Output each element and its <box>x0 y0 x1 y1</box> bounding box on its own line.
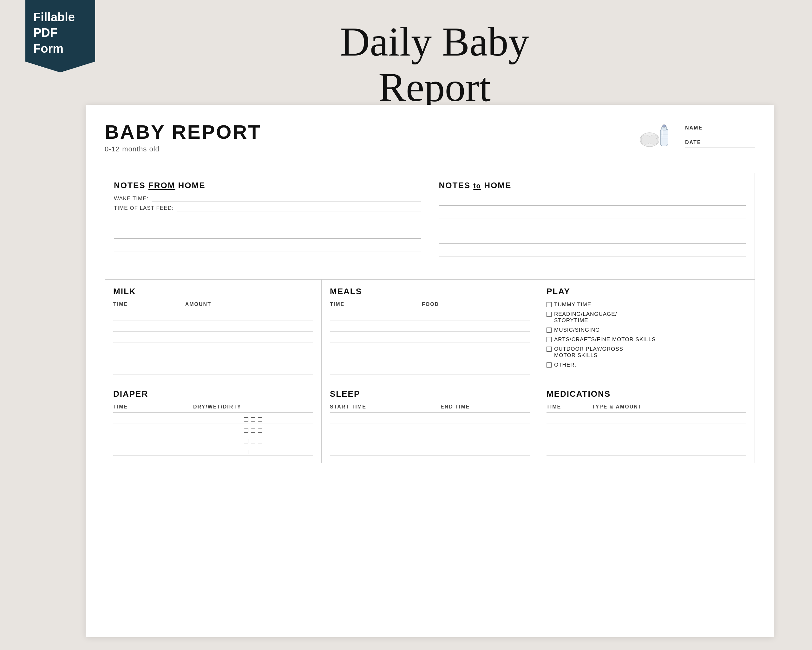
wet-checkbox[interactable] <box>251 450 255 454</box>
tummy-checkbox[interactable] <box>546 302 552 307</box>
sleep-start-cell <box>330 445 441 456</box>
wet-checkbox[interactable] <box>251 439 255 444</box>
dry-checkbox[interactable] <box>244 428 248 433</box>
diaper-checkboxes <box>193 439 313 444</box>
meds-type-cell <box>592 445 746 456</box>
wake-time-line <box>152 196 421 202</box>
date-label: DATE <box>685 140 755 145</box>
dirty-checkbox[interactable] <box>258 450 262 454</box>
meds-time-cell <box>546 424 592 434</box>
wake-time-row: WAKE TIME: <box>114 196 421 202</box>
sheet-header-right: NAME DATE <box>638 121 755 152</box>
table-row <box>330 445 530 456</box>
diaper-table: TIME DRY/WET/DIRTY <box>113 404 313 456</box>
meds-time-cell <box>546 434 592 445</box>
table-row <box>113 332 313 343</box>
diaper-time-header: TIME <box>113 404 193 413</box>
table-row <box>546 424 746 434</box>
table-row <box>330 424 530 434</box>
svg-rect-6 <box>662 130 663 136</box>
write-line <box>439 196 746 206</box>
table-row <box>546 445 746 456</box>
dirty-checkbox[interactable] <box>258 439 262 444</box>
sleep-section: SLEEP START TIME END TIME <box>322 382 538 463</box>
wet-checkbox[interactable] <box>251 428 255 433</box>
meds-type-cell <box>592 413 746 424</box>
reading-checkbox[interactable] <box>546 312 552 317</box>
play-item-music: MUSIC/SINGING <box>546 327 746 333</box>
outdoor-label: OUTDOOR PLAY/GROSSMOTOR SKILLS <box>554 346 623 359</box>
play-item-other: OTHER: <box>546 362 746 368</box>
milk-time-cell <box>113 343 185 353</box>
meals-section: MEALS TIME FOOD <box>322 280 538 382</box>
table-row <box>113 353 313 364</box>
wet-checkbox[interactable] <box>251 418 255 422</box>
other-checkbox[interactable] <box>546 362 552 367</box>
dry-checkbox[interactable] <box>244 439 248 444</box>
from-home-lines <box>114 216 421 264</box>
table-row <box>113 343 313 353</box>
meals-time-cell <box>330 364 422 375</box>
sleep-title: SLEEP <box>330 389 530 399</box>
write-line <box>114 228 421 239</box>
meals-time-cell <box>330 332 422 343</box>
last-feed-row: TIME OF LAST FEED: <box>114 205 421 211</box>
table-row <box>330 413 530 424</box>
meals-time-cell <box>330 310 422 321</box>
table-row <box>113 321 313 332</box>
milk-section: MILK TIME AMOUNT <box>105 280 322 382</box>
milk-time-cell <box>113 364 185 375</box>
reading-label: READING/LANGUAGE/STORYTIME <box>554 311 617 324</box>
arts-checkbox[interactable] <box>546 337 552 342</box>
last-feed-line <box>177 205 421 211</box>
milk-amount-cell <box>185 353 313 364</box>
last-feed-label: TIME OF LAST FEED: <box>114 205 174 211</box>
document-sheet: BABY REPORT 0-12 months old <box>85 105 774 637</box>
play-item-tummy: TUMMY TIME <box>546 301 746 308</box>
milk-amount-header: AMOUNT <box>185 301 313 310</box>
notes-to-title: NOTES to HOME <box>439 180 746 190</box>
meals-food-header: FOOD <box>422 301 530 310</box>
diaper-time-cell <box>113 445 193 456</box>
sheet-header: BABY REPORT 0-12 months old <box>105 121 755 153</box>
milk-amount-cell <box>185 310 313 321</box>
dry-checkbox[interactable] <box>244 418 248 422</box>
diaper-check-cell <box>193 434 313 445</box>
milk-amount-cell <box>185 343 313 353</box>
diaper-section: DIAPER TIME DRY/WET/DIRTY <box>105 382 322 463</box>
table-row <box>330 321 530 332</box>
table-row <box>330 434 530 445</box>
medications-table: TIME TYPE & AMOUNT <box>546 404 746 456</box>
meals-time-header: TIME <box>330 301 422 310</box>
milk-time-cell <box>113 310 185 321</box>
milk-title: MILK <box>113 287 313 297</box>
diaper-title: DIAPER <box>113 389 313 399</box>
milk-time-cell <box>113 321 185 332</box>
sleep-start-cell <box>330 424 441 434</box>
play-item-outdoor: OUTDOOR PLAY/GROSSMOTOR SKILLS <box>546 346 746 359</box>
dirty-checkbox[interactable] <box>258 428 262 433</box>
table-row <box>113 445 313 456</box>
name-field: NAME <box>685 125 755 133</box>
meals-food-cell <box>422 321 530 332</box>
sleep-start-header: START TIME <box>330 404 441 413</box>
table-row <box>113 310 313 321</box>
diaper-sleep-meds-section: DIAPER TIME DRY/WET/DIRTY <box>105 382 755 463</box>
meals-time-cell <box>330 321 422 332</box>
to-home-lines <box>439 196 746 269</box>
table-row <box>113 424 313 434</box>
dirty-checkbox[interactable] <box>258 418 262 422</box>
meals-time-cell <box>330 343 422 353</box>
table-row <box>113 434 313 445</box>
banner: FillablePDFForm <box>25 0 95 72</box>
milk-time-cell <box>113 353 185 364</box>
outdoor-checkbox[interactable] <box>546 347 552 352</box>
dry-checkbox[interactable] <box>244 450 248 454</box>
notes-from-home: NOTES FROM HOME WAKE TIME: TIME OF LAST … <box>105 173 430 279</box>
sleep-end-cell <box>441 434 530 445</box>
write-line <box>114 241 421 251</box>
to-word: to <box>473 182 481 190</box>
music-checkbox[interactable] <box>546 327 552 333</box>
meals-title: MEALS <box>330 287 530 297</box>
table-row <box>546 434 746 445</box>
